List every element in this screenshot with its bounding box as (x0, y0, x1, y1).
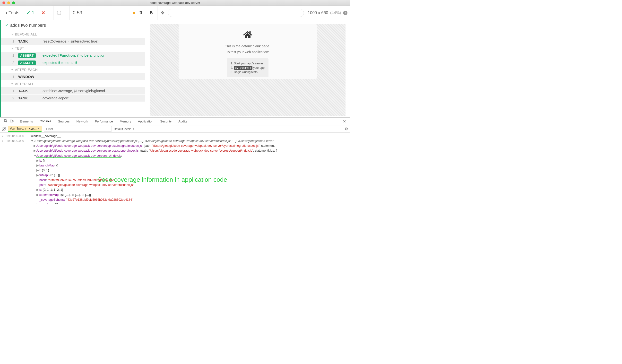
close-icon[interactable]: ✕ (343, 119, 346, 124)
blank-page-card: This is the default blank page. To test … (179, 24, 317, 79)
passed-count: ✓ 1 (26, 10, 35, 16)
tab-elements[interactable]: Elements (16, 118, 36, 125)
info-icon[interactable]: i (343, 11, 348, 15)
minimize-window-button[interactable] (7, 1, 10, 4)
console-output[interactable]: › 19:00:00.000 window.__coverage__ ‹ 19:… (0, 133, 350, 204)
maximize-window-button[interactable] (12, 1, 15, 4)
kebab-menu-icon[interactable]: ⋮ (336, 119, 340, 124)
clear-console-icon[interactable] (2, 127, 6, 131)
selector-playground-icon[interactable]: ✥ (161, 10, 164, 16)
tab-audits[interactable]: Audits (175, 118, 191, 125)
command-row[interactable]: 2 TASK coverageReport (1, 95, 145, 102)
close-window-button[interactable] (2, 1, 5, 4)
hook-after-each[interactable]: ▼AFTER EACH (1, 66, 145, 73)
blank-page-text: This is the default blank page. (225, 44, 270, 48)
hook-before-all[interactable]: ▼BEFORE ALL (1, 31, 145, 38)
step-3: Begin writing tests (231, 70, 265, 74)
tab-network[interactable]: Network (73, 118, 92, 125)
console-toolbar: Your Spec: '/__cyp… ▼ Default levels ▼ ⚙ (0, 125, 350, 133)
hook-after-all[interactable]: ▼AFTER ALL (1, 80, 145, 87)
tab-sources[interactable]: Sources (55, 118, 73, 125)
chevron-down-icon: ▼ (132, 128, 134, 130)
status-dot-icon (133, 12, 135, 14)
step-1: Start your app's server (231, 61, 265, 66)
chevron-down-icon: ▼ (11, 33, 13, 36)
chevron-left-icon: ‹ (6, 10, 8, 16)
duration: 0.59 (73, 10, 82, 16)
tab-console[interactable]: Console (36, 118, 55, 125)
home-icon (243, 31, 252, 41)
command-row[interactable]: 1 TASK combineCoverage, {/users/gleb/git… (1, 87, 145, 95)
tab-security[interactable]: Security (157, 118, 175, 125)
failed-count: ✕ -- (41, 10, 50, 16)
hook-test[interactable]: ▼TEST (1, 45, 145, 52)
svg-rect-2 (12, 120, 13, 122)
sort-arrows-icon[interactable]: ⇅ (139, 10, 143, 16)
prompt-icon: › (2, 134, 6, 138)
chevron-down-icon: ▼ (11, 47, 13, 50)
inspect-element-icon[interactable] (4, 119, 8, 124)
devtools-tabs: Elements Console Sources Network Perform… (0, 118, 350, 125)
devtools-panel: Elements Console Sources Network Perform… (0, 117, 350, 204)
chevron-down-icon: ▼ (11, 83, 13, 85)
command-row[interactable]: 2 ASSERT expected 5 to equal 5 (1, 59, 145, 66)
test-title: adds two numbers (10, 23, 46, 28)
back-to-tests[interactable]: ‹ Tests (6, 10, 19, 16)
log-levels-selector[interactable]: Default levels ▼ (114, 127, 134, 131)
chevron-down-icon: ▼ (38, 127, 40, 130)
svg-rect-1 (10, 120, 12, 122)
reload-icon[interactable]: ↻ (150, 10, 154, 16)
command-row[interactable]: 1 ASSERT expected [Function: i] to be a … (1, 52, 145, 59)
x-icon: ✕ (41, 10, 45, 16)
check-icon: ✓ (26, 10, 30, 16)
check-icon: ✓ (5, 23, 8, 28)
chevron-down-icon: ▼ (11, 69, 13, 71)
device-toolbar-icon[interactable] (10, 119, 14, 124)
context-selector[interactable]: Your Spec: '/__cyp… ▼ (8, 126, 42, 132)
tab-performance[interactable]: Performance (91, 118, 116, 125)
cypress-toolbar: ‹ Tests ✓ 1 ✕ -- -- 0.59 (0, 6, 350, 20)
spinner-icon (57, 11, 61, 15)
steps-box: Start your app's server cy.visit() your … (227, 58, 269, 77)
gear-icon[interactable]: ⚙ (345, 127, 348, 131)
test-reporter: ✓ adds two numbers ▼BEFORE ALL 1 TASK re… (0, 20, 145, 117)
command-row[interactable]: 1 TASK resetCoverage, {isinteractive: tr… (1, 38, 145, 45)
blank-page-subtext: To test your web application: (226, 50, 269, 54)
step-2: cy.visit() your app (231, 66, 265, 70)
viewport-info: 1000 x 660 (44%) i (308, 10, 348, 15)
tab-application[interactable]: Application (135, 118, 157, 125)
back-label: Tests (8, 10, 19, 16)
url-input[interactable] (168, 9, 304, 17)
command-row[interactable]: 1 WINDOW (1, 73, 145, 80)
window-title: code-coverage-webpack-dev-server (150, 1, 200, 5)
app-under-test-panel: This is the default blank page. To test … (145, 20, 350, 117)
test-header[interactable]: ✓ adds two numbers (1, 20, 145, 31)
titlebar: code-coverage-webpack-dev-server (0, 0, 350, 6)
result-icon: ‹ (2, 139, 6, 143)
assert-badge: ASSERT (18, 60, 36, 65)
annotation-overlay: Code coverage information in application… (97, 176, 227, 183)
pending-count: -- (57, 10, 66, 16)
tab-memory[interactable]: Memory (117, 118, 135, 125)
assert-badge: ASSERT (18, 53, 36, 58)
filter-input[interactable] (44, 126, 112, 132)
